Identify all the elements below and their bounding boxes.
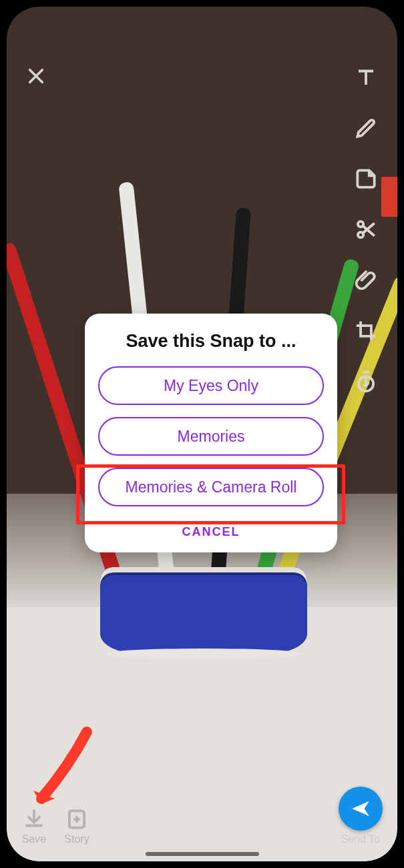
timer-icon <box>353 369 379 394</box>
text-tool[interactable] <box>351 63 381 92</box>
attach-tool[interactable] <box>351 266 381 295</box>
save-dialog: Save this Snap to ... My Eyes Only Memor… <box>85 314 337 552</box>
crop-icon <box>353 318 379 344</box>
send-button[interactable]: Send To <box>339 787 383 845</box>
story-icon <box>64 807 89 832</box>
text-icon <box>353 65 379 90</box>
crop-tool[interactable] <box>351 316 381 346</box>
close-icon <box>25 65 47 87</box>
bottom-bar: Save Story Send To <box>7 785 397 852</box>
edit-toolbar <box>348 63 384 396</box>
paperclip-icon <box>353 268 379 293</box>
draw-tool[interactable] <box>351 113 381 143</box>
dialog-title: Save this Snap to ... <box>98 331 324 352</box>
sticker-tool[interactable] <box>351 164 381 193</box>
timer-tool[interactable] <box>351 367 381 396</box>
story-button[interactable]: Story <box>64 807 89 845</box>
send-label: Send To <box>341 833 380 845</box>
story-label: Story <box>64 833 89 845</box>
option-memories[interactable]: Memories <box>98 417 324 456</box>
cancel-button[interactable]: CANCEL <box>98 518 324 543</box>
download-icon <box>21 807 47 832</box>
device-frame: Save this Snap to ... My Eyes Only Memor… <box>7 7 397 861</box>
send-circle <box>339 787 383 831</box>
option-memories-camera-roll[interactable]: Memories & Camera Roll <box>98 468 324 506</box>
photo-pen-cup <box>100 567 307 654</box>
save-label: Save <box>22 833 46 845</box>
scissors-tool[interactable] <box>351 215 381 244</box>
save-button[interactable]: Save <box>21 807 47 845</box>
screen: Save this Snap to ... My Eyes Only Memor… <box>7 7 397 861</box>
scissors-icon <box>353 217 379 242</box>
close-button[interactable] <box>25 65 52 92</box>
home-indicator <box>146 852 259 856</box>
pencil-icon <box>353 115 379 141</box>
option-my-eyes-only[interactable]: My Eyes Only <box>98 366 324 405</box>
send-icon <box>349 797 372 820</box>
sticker-icon <box>353 166 379 191</box>
